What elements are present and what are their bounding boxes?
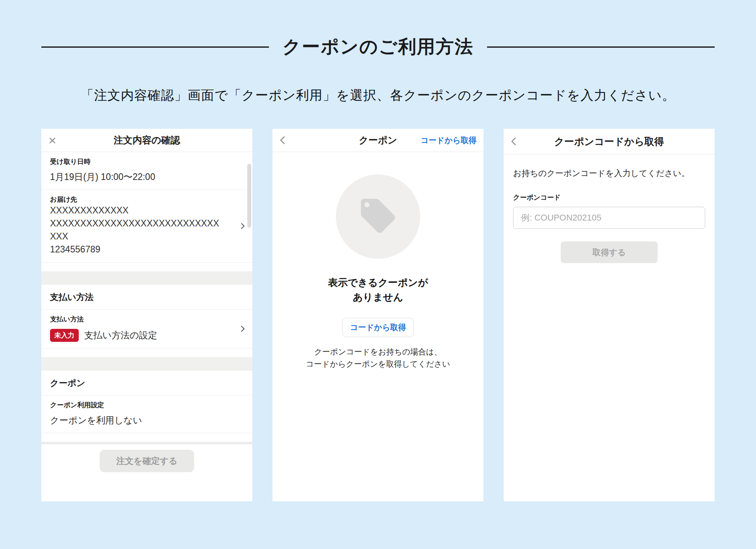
get-from-code-link[interactable]: コードから取得 <box>421 135 476 146</box>
description-line: コードからクーポンを取得してください <box>272 358 484 370</box>
section-separator <box>41 271 252 285</box>
code-instruction: お持ちのクーポンコードを入力してください。 <box>513 168 705 179</box>
get-coupon-button[interactable]: 取得する <box>561 241 658 263</box>
section-separator <box>41 357 252 371</box>
coupon-header: クーポン コードから取得 <box>272 129 484 152</box>
coupon-list-screen: クーポン コードから取得 表示できるクーポンが ありません コードから取得 クー… <box>272 129 484 501</box>
empty-state-description: クーポンコードをお持ちの場合は、 コードからクーポンを取得してください <box>272 346 484 370</box>
payment-label: 支払い方法 <box>50 315 232 324</box>
screenshots-row: × 注文内容の確認 受け取り日時 1月19日(月) 10:00〜22:00 お届… <box>0 129 756 501</box>
payment-method-row[interactable]: 支払い方法 未入力 支払い方法の設定 <box>41 310 252 349</box>
coupon-setting-row: クーポン利用設定 クーポンを利用しない <box>41 395 252 433</box>
close-icon[interactable]: × <box>48 134 56 147</box>
chevron-right-icon <box>239 223 245 229</box>
confirm-order-button[interactable]: 注文を確定する <box>100 450 194 472</box>
empty-state-title: 表示できるクーポンが ありません <box>272 275 484 304</box>
payment-value: 支払い方法の設定 <box>84 329 157 341</box>
page-subtitle: 「注文内容確認」画面で「クーポン利用」を選択、各クーポンのクーポンコードを入力く… <box>0 87 756 104</box>
coupon-setting-value: クーポンを利用しない <box>50 414 232 427</box>
delivery-line: XXXXXXXXXXXXX <box>50 204 232 217</box>
title-rule-left <box>41 46 269 48</box>
delivery-line: XXXXXXXXXXXXXXXXXXXXXXXXXXXX <box>50 217 232 230</box>
title-rule-right <box>487 46 715 48</box>
order-title: 注文内容の確認 <box>114 134 180 147</box>
payment-section-title: 支払い方法 <box>41 285 252 310</box>
coupon-section-title: クーポン <box>41 371 252 395</box>
order-header: × 注文内容の確認 <box>41 129 252 152</box>
coupon-code-screen: クーポンコードから取得 お持ちのクーポンコードを入力してください。 クーポンコー… <box>504 129 715 501</box>
scrollbar-thumb[interactable] <box>247 164 251 228</box>
pickup-value: 1月19日(月) 10:00〜22:00 <box>50 171 232 183</box>
divider <box>41 349 252 357</box>
delivery-line: XXX <box>50 230 232 243</box>
not-entered-badge: 未入力 <box>50 329 79 342</box>
back-icon[interactable] <box>511 137 519 145</box>
tag-icon <box>358 195 398 238</box>
chevron-right-icon <box>239 326 245 332</box>
order-footer: 注文を確定する <box>41 444 252 472</box>
pickup-label: 受け取り日時 <box>50 157 232 166</box>
empty-title-line: 表示できるクーポンが <box>272 275 484 290</box>
order-confirmation-screen: × 注文内容の確認 受け取り日時 1月19日(月) 10:00〜22:00 お届… <box>41 129 252 501</box>
coupon-setting-label: クーポン利用設定 <box>50 401 232 410</box>
description-line: クーポンコードをお持ちの場合は、 <box>272 346 484 358</box>
empty-title-line: ありません <box>272 290 484 304</box>
page-header: クーポンのご利用方法 <box>0 35 756 59</box>
back-icon[interactable] <box>280 136 288 144</box>
coupon-title: クーポン <box>359 134 397 147</box>
empty-coupon-circle <box>336 174 420 259</box>
coupon-code-input[interactable] <box>513 207 705 229</box>
pickup-datetime-row: 受け取り日時 1月19日(月) 10:00〜22:00 <box>41 152 252 190</box>
code-header: クーポンコードから取得 <box>504 129 715 154</box>
page-title: クーポンのご利用方法 <box>269 35 487 59</box>
delivery-label: お届け先 <box>50 195 232 204</box>
coupon-code-label: クーポンコード <box>513 193 705 202</box>
delivery-address-row[interactable]: お届け先 XXXXXXXXXXXXX XXXXXXXXXXXXXXXXXXXXX… <box>41 190 252 263</box>
delivery-line: 1234556789 <box>50 243 232 256</box>
divider <box>41 263 252 271</box>
code-title: クーポンコードから取得 <box>554 135 664 148</box>
get-from-code-button[interactable]: コードから取得 <box>342 318 414 337</box>
divider <box>41 433 252 442</box>
